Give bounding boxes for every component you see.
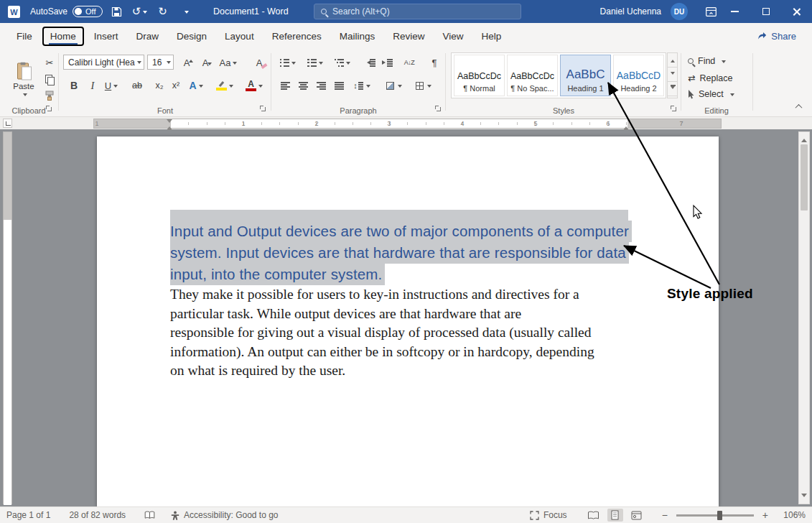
text-highlight-button[interactable] bbox=[213, 78, 236, 93]
paste-button[interactable]: Paste bbox=[7, 53, 40, 105]
font-size-combo[interactable]: 16 bbox=[147, 55, 174, 70]
styles-scroll-down-button[interactable] bbox=[668, 68, 677, 82]
zoom-level[interactable]: 106% bbox=[780, 510, 806, 520]
tab-file[interactable]: File bbox=[9, 27, 40, 46]
numbering-button[interactable] bbox=[304, 55, 326, 70]
shading-button[interactable] bbox=[383, 78, 405, 93]
undo-button[interactable]: ↺ bbox=[131, 2, 149, 21]
shading-icon bbox=[386, 82, 394, 90]
proofing-status-button[interactable] bbox=[144, 511, 155, 519]
align-right-button[interactable] bbox=[313, 78, 329, 93]
line-spacing-button[interactable]: ↕ bbox=[351, 78, 373, 93]
focus-mode-button[interactable]: Focus bbox=[530, 510, 567, 520]
style-no-spacing[interactable]: AaBbCcDc ¶ No Spac... bbox=[507, 55, 558, 96]
tab-stop-selector[interactable] bbox=[3, 119, 12, 128]
subscript-button[interactable]: x₂ bbox=[151, 78, 167, 93]
replace-button[interactable]: ⇄ Replace bbox=[688, 73, 732, 83]
scrollbar-thumb[interactable] bbox=[801, 144, 808, 210]
right-indent-marker[interactable] bbox=[623, 124, 629, 130]
tab-help[interactable]: Help bbox=[474, 27, 510, 46]
paragraph-dialog-launcher[interactable] bbox=[435, 106, 442, 113]
horizontal-ruler[interactable]: 1 1 2 3 4 5 6 7 bbox=[93, 119, 722, 129]
grow-font-button[interactable]: A bbox=[178, 55, 195, 70]
zoom-in-button[interactable]: + bbox=[762, 509, 768, 521]
minimize-button[interactable] bbox=[719, 0, 750, 23]
italic-button[interactable]: I bbox=[85, 78, 101, 93]
borders-button[interactable] bbox=[413, 78, 434, 93]
copy-button[interactable] bbox=[42, 71, 57, 87]
search-box[interactable]: Search (Alt+Q) bbox=[314, 4, 521, 19]
tab-view[interactable]: View bbox=[434, 27, 471, 46]
close-button[interactable] bbox=[781, 0, 812, 23]
align-center-button[interactable] bbox=[295, 78, 311, 93]
scrollbar-down-icon[interactable] bbox=[801, 494, 807, 500]
underline-button[interactable]: U bbox=[101, 78, 121, 93]
tab-insert[interactable]: Insert bbox=[86, 27, 126, 46]
styles-more-button[interactable] bbox=[668, 82, 677, 96]
clear-formatting-button[interactable]: A bbox=[250, 55, 269, 70]
select-button[interactable]: Select bbox=[688, 89, 734, 99]
scrollbar-up-icon[interactable] bbox=[801, 136, 807, 142]
zoom-slider[interactable] bbox=[676, 514, 754, 517]
style-heading-1[interactable]: AaBbC Heading 1 bbox=[560, 55, 611, 96]
page-number-status[interactable]: Page 1 of 1 bbox=[6, 510, 50, 520]
share-button[interactable]: Share bbox=[757, 31, 796, 42]
bold-button[interactable]: B bbox=[66, 78, 82, 93]
find-button[interactable]: Find bbox=[688, 56, 726, 66]
word-count-status[interactable]: 28 of 82 words bbox=[69, 510, 126, 520]
text-effects-button[interactable]: A bbox=[186, 78, 206, 93]
customize-quick-access-button[interactable] bbox=[177, 2, 195, 21]
style-heading-2[interactable]: AaBbCcD Heading 2 bbox=[613, 55, 664, 96]
tab-draw[interactable]: Draw bbox=[129, 27, 167, 46]
hanging-indent-marker[interactable] bbox=[167, 124, 172, 130]
shrink-font-button[interactable]: A bbox=[197, 55, 214, 70]
styles-scroll-up-button[interactable] bbox=[668, 53, 677, 68]
accessibility-status-button[interactable]: Accessibility: Good to go bbox=[171, 510, 278, 520]
autosave-toggle[interactable]: Off bbox=[73, 6, 102, 17]
tab-design[interactable]: Design bbox=[169, 27, 215, 46]
decrease-indent-button[interactable] bbox=[362, 55, 378, 70]
tab-mailings[interactable]: Mailings bbox=[332, 27, 383, 46]
save-button[interactable] bbox=[108, 2, 126, 21]
tab-review[interactable]: Review bbox=[385, 27, 432, 46]
font-name-combo[interactable]: Calibri Light (Hea bbox=[63, 55, 144, 70]
font-dialog-launcher[interactable] bbox=[260, 106, 267, 113]
styles-dialog-launcher[interactable] bbox=[671, 106, 678, 113]
increase-indent-button[interactable] bbox=[379, 55, 395, 70]
vertical-ruler[interactable] bbox=[3, 131, 12, 504]
font-color-button[interactable]: A bbox=[243, 78, 265, 93]
user-name[interactable]: Daniel Uchenna bbox=[600, 6, 661, 17]
bullets-button[interactable] bbox=[277, 55, 299, 70]
document-page[interactable]: Input and Output devices are two of majo… bbox=[97, 136, 719, 506]
redo-button[interactable]: ↻ bbox=[154, 2, 172, 21]
strikethrough-button[interactable]: ab bbox=[129, 78, 145, 93]
web-layout-button[interactable] bbox=[629, 509, 645, 522]
tab-layout[interactable]: Layout bbox=[217, 27, 262, 46]
align-left-icon bbox=[281, 82, 290, 90]
read-mode-button[interactable] bbox=[586, 509, 602, 522]
sort-button[interactable]: A↓Z bbox=[399, 55, 419, 70]
zoom-slider-thumb[interactable] bbox=[717, 511, 722, 520]
ribbon-display-options-button[interactable] bbox=[702, 2, 719, 21]
clipboard-dialog-launcher[interactable] bbox=[46, 106, 53, 113]
cut-button[interactable]: ✂ bbox=[42, 55, 57, 70]
show-formatting-marks-button[interactable]: ¶ bbox=[426, 55, 442, 70]
collapse-ribbon-button[interactable] bbox=[791, 101, 806, 112]
maximize-button[interactable] bbox=[750, 0, 781, 23]
align-left-button[interactable] bbox=[277, 78, 293, 93]
scroll-down-icon bbox=[671, 72, 675, 77]
vertical-scrollbar[interactable] bbox=[798, 131, 810, 504]
change-case-button[interactable]: Aa bbox=[217, 55, 240, 70]
format-painter-button[interactable] bbox=[42, 88, 57, 103]
multilevel-list-button[interactable] bbox=[332, 55, 353, 70]
tab-home[interactable]: Home bbox=[42, 27, 84, 46]
scissors-icon: ✂ bbox=[46, 57, 54, 68]
zoom-out-button[interactable]: − bbox=[662, 509, 668, 521]
print-layout-button[interactable] bbox=[607, 509, 623, 522]
superscript-button[interactable]: x² bbox=[168, 78, 184, 93]
justify-button[interactable] bbox=[331, 78, 347, 93]
align-center-icon bbox=[299, 82, 308, 90]
user-avatar[interactable]: DU bbox=[671, 3, 688, 20]
style-normal[interactable]: AaBbCcDc ¶ Normal bbox=[454, 55, 505, 96]
tab-references[interactable]: References bbox=[264, 27, 330, 46]
